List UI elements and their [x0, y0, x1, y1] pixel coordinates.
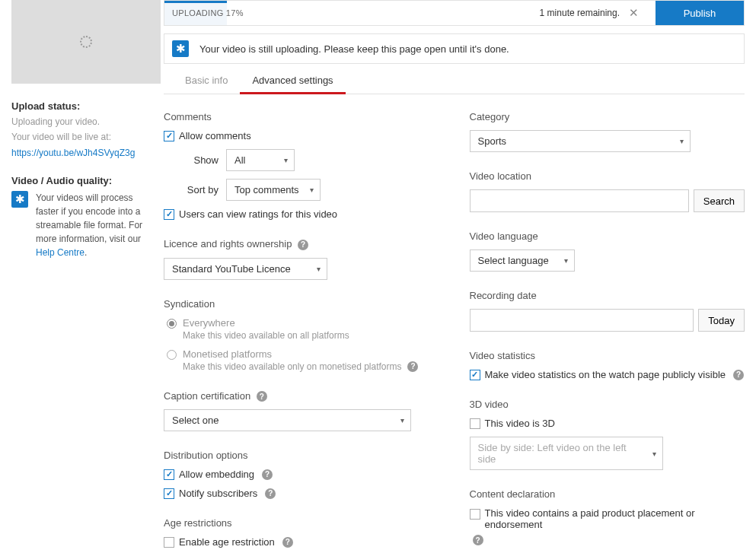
allow-comments-checkbox[interactable]: [164, 131, 174, 141]
syndication-monetised-radio[interactable]: [167, 350, 177, 360]
star-icon: ✱: [172, 40, 189, 57]
video-statistics-title: Video statistics: [470, 350, 745, 361]
3d-video-title: 3D video: [470, 399, 745, 410]
help-icon[interactable]: ?: [262, 469, 273, 480]
video-url-link[interactable]: https://youtu.be/wJh4SVyqZ3g: [11, 148, 135, 158]
3d-video-label: This video is 3D: [485, 418, 555, 429]
caption-title: Caption certification ?: [164, 390, 439, 402]
help-centre-link[interactable]: Help Centre: [36, 247, 85, 258]
help-icon[interactable]: ?: [282, 537, 293, 548]
syndication-everywhere-radio[interactable]: [167, 319, 177, 329]
comments-title: Comments: [164, 111, 439, 122]
allow-embedding-checkbox[interactable]: [164, 469, 174, 480]
allow-embedding-label: Allow embedding: [179, 469, 254, 480]
licence-title: Licence and rights ownership ?: [164, 238, 439, 250]
video-location-title: Video location: [470, 170, 745, 182]
notify-subscribers-checkbox[interactable]: [164, 488, 174, 499]
3d-video-checkbox[interactable]: [470, 418, 480, 429]
video-location-input[interactable]: [470, 189, 689, 212]
age-restrictions-title: Age restrictions: [164, 517, 439, 529]
star-icon: ✱: [11, 191, 28, 208]
ratings-label: Users can view ratings for this video: [179, 208, 337, 220]
licence-select[interactable]: Standard YouTube Licence: [164, 258, 327, 280]
recording-date-input[interactable]: [470, 309, 694, 332]
content-declaration-title: Content declaration: [470, 488, 745, 500]
statistics-public-label: Make video statistics on the watch page …: [485, 369, 726, 380]
video-language-select[interactable]: Select language: [470, 249, 575, 272]
recording-date-title: Recording date: [470, 290, 745, 301]
help-icon[interactable]: ?: [407, 361, 418, 372]
tab-basic-info[interactable]: Basic info: [173, 68, 240, 94]
video-language-title: Video language: [470, 230, 745, 242]
quality-text: Your videos will process faster if you e…: [36, 191, 152, 259]
age-restriction-label: Enable age restriction: [179, 536, 275, 548]
sort-by-select[interactable]: Top comments: [226, 179, 321, 201]
statistics-public-checkbox[interactable]: [470, 370, 480, 380]
sort-by-label: Sort by: [179, 184, 226, 195]
ratings-checkbox[interactable]: [164, 209, 174, 220]
show-label: Show: [179, 154, 226, 166]
video-thumbnail-placeholder: [11, 0, 161, 84]
show-select[interactable]: All: [226, 149, 295, 171]
3d-layout-select: Side by side: Left video on the left sid…: [470, 437, 663, 470]
help-icon[interactable]: ?: [298, 240, 308, 250]
category-select[interactable]: Sports: [470, 130, 691, 152]
category-title: Category: [470, 111, 745, 122]
banner-text: Your video is still uploading. Please ke…: [199, 43, 509, 55]
notify-subscribers-label: Notify subscribers: [179, 488, 257, 499]
help-icon[interactable]: ?: [257, 391, 267, 402]
quality-title: Video / Audio quality:: [11, 175, 152, 186]
syndication-everywhere-label: Everywhere: [183, 317, 439, 329]
publish-button[interactable]: Publish: [656, 1, 744, 25]
upload-status-text: Uploading your video.: [11, 116, 152, 127]
tab-advanced-settings[interactable]: Advanced settings: [240, 68, 345, 94]
info-banner: ✱ Your video is still uploading. Please …: [164, 33, 745, 64]
close-icon[interactable]: ✕: [629, 6, 639, 20]
upload-progress-text: UPLOADING 17%: [164, 8, 244, 17]
content-declaration-checkbox[interactable]: [470, 509, 480, 520]
spinner-icon: [80, 36, 92, 48]
distribution-title: Distribution options: [164, 450, 439, 461]
syndication-everywhere-desc: Make this video available on all platfor…: [183, 330, 439, 341]
time-remaining: 1 minute remaining.: [540, 8, 620, 18]
content-declaration-label: This video contains a paid product place…: [485, 507, 745, 530]
syndication-title: Syndication: [164, 298, 439, 310]
help-icon[interactable]: ?: [265, 488, 276, 499]
search-button[interactable]: Search: [694, 189, 745, 212]
help-icon[interactable]: ?: [733, 370, 744, 380]
syndication-monetised-label: Monetised platforms: [183, 348, 439, 360]
upload-progress-bar: UPLOADING 17%: [164, 1, 532, 25]
allow-comments-label: Allow comments: [179, 130, 251, 141]
help-icon[interactable]: ?: [473, 535, 483, 545]
today-button[interactable]: Today: [698, 309, 745, 332]
live-at-label: Your video will be live at:: [11, 132, 152, 142]
upload-status-title: Upload status:: [11, 100, 152, 112]
age-restriction-checkbox[interactable]: [164, 537, 174, 548]
syndication-monetised-desc: Make this video available only on moneti…: [183, 361, 439, 372]
caption-select[interactable]: Select one: [164, 409, 411, 431]
